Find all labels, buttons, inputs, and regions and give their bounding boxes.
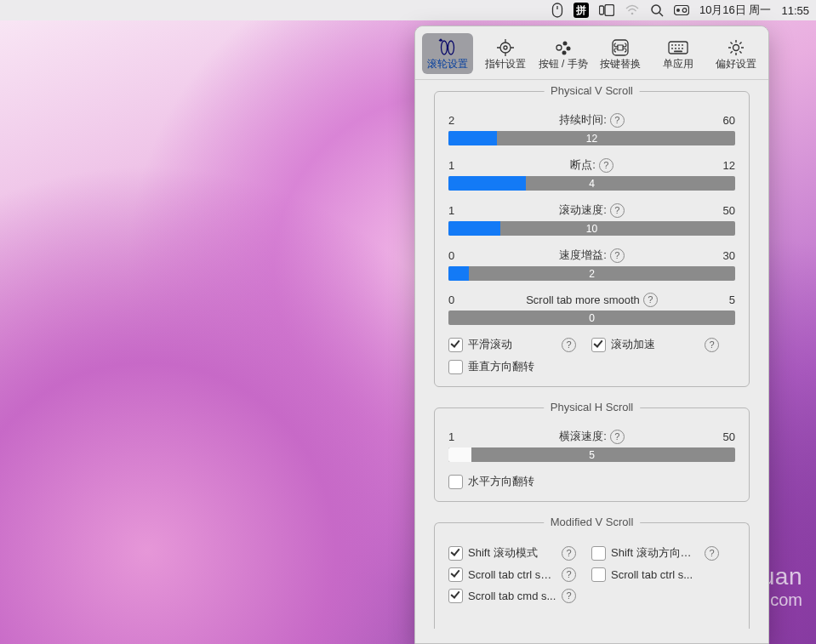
spotlight-icon[interactable] <box>650 3 664 17</box>
svg-point-15 <box>504 46 507 49</box>
menubar-time[interactable]: 11:55 <box>781 4 809 17</box>
checkbox-icon <box>448 360 463 374</box>
slider-label: 断点: <box>570 157 596 173</box>
svg-point-20 <box>556 45 562 50</box>
slider-max: 12 <box>710 159 735 172</box>
slider-track[interactable]: 5 <box>448 447 735 462</box>
checkbox-icon <box>591 567 606 582</box>
slider-label: 滚动速度: <box>559 202 607 218</box>
slider-max: 50 <box>710 204 735 217</box>
svg-point-22 <box>566 47 570 51</box>
slider-track[interactable]: 12 <box>448 131 735 145</box>
slider-speed: 1 滚动速度:? 50 10 <box>448 202 735 236</box>
check-label: Shift 滚动方向… <box>611 545 699 561</box>
help-icon[interactable]: ? <box>610 430 625 444</box>
checkbox-icon <box>448 546 463 561</box>
slider-track[interactable]: 10 <box>448 221 735 236</box>
keyboard-icon <box>668 38 688 57</box>
slider-value: 5 <box>448 447 735 462</box>
slider-min: 0 <box>448 294 474 306</box>
svg-point-26 <box>671 44 673 46</box>
tab-perapp[interactable]: 单应用 <box>653 33 704 74</box>
tab-prefs[interactable]: 偏好设置 <box>710 33 762 74</box>
svg-line-6 <box>659 13 663 16</box>
check-label: 水平方向翻转 <box>468 474 556 489</box>
slider-track[interactable]: 0 <box>448 311 735 325</box>
control-center-icon[interactable] <box>674 5 689 15</box>
check-vflip[interactable]: 垂直方向翻转 <box>448 359 576 374</box>
menubar-date[interactable]: 10月16日 周一 <box>699 3 772 18</box>
help-icon[interactable]: ? <box>610 113 625 128</box>
panel-body: Physical V Scroll 2 持续时间:? 60 12 1 断点:? <box>415 79 768 643</box>
help-icon[interactable]: ? <box>562 546 576 561</box>
help-icon[interactable]: ? <box>705 546 719 561</box>
gear-icon <box>727 38 745 57</box>
svg-point-12 <box>441 41 447 54</box>
tab-buttons[interactable]: 按钮 / 手势 <box>538 33 589 74</box>
checkbox-icon <box>448 338 463 352</box>
svg-point-8 <box>676 9 680 12</box>
svg-point-32 <box>678 48 680 49</box>
help-icon[interactable]: ? <box>705 338 719 352</box>
mouse-icon[interactable] <box>551 3 563 18</box>
svg-point-30 <box>671 48 673 49</box>
check-label: 垂直方向翻转 <box>468 359 556 374</box>
slider-track[interactable]: 4 <box>448 176 735 191</box>
svg-point-9 <box>682 9 687 13</box>
tab-label: 单应用 <box>663 59 693 69</box>
tab-scroll[interactable]: 滚轮设置 <box>422 33 473 74</box>
stage-manager-icon[interactable] <box>599 4 614 16</box>
help-icon[interactable]: ? <box>562 589 576 603</box>
check-shift-mode[interactable]: Shift 滚动模式 ? <box>448 545 576 561</box>
slider-label: 速度增益: <box>559 248 607 263</box>
command-key-icon <box>611 38 630 57</box>
slider-min: 2 <box>448 114 474 127</box>
check-smooth-scroll[interactable]: 平滑滚动 ? <box>448 337 576 352</box>
svg-line-41 <box>739 51 741 53</box>
tab-bar: 滚轮设置 指针设置 按钮 / 手势 按键替换 单应用 <box>415 26 768 80</box>
slider-duration: 2 持续时间:? 60 12 <box>448 112 735 145</box>
check-label: Scroll tab ctrl s... <box>611 568 699 581</box>
svg-rect-2 <box>599 6 603 14</box>
wifi-icon[interactable] <box>625 4 640 16</box>
svg-point-13 <box>448 41 454 54</box>
check-hflip[interactable]: 水平方向翻转 <box>448 474 576 489</box>
check-ctrl-scroll-left[interactable]: Scroll tab ctrl scr... ? <box>448 567 576 582</box>
svg-line-43 <box>731 51 733 53</box>
slider-min: 0 <box>448 249 474 262</box>
help-icon[interactable]: ? <box>610 203 625 218</box>
help-icon[interactable]: ? <box>643 293 658 307</box>
gesture-icon <box>554 38 573 57</box>
tab-label: 滚轮设置 <box>427 59 468 69</box>
check-cmd-scroll[interactable]: Scroll tab cmd s... ? <box>448 589 576 603</box>
check-ctrl-scroll-right[interactable]: Scroll tab ctrl s... <box>591 567 719 582</box>
preferences-panel: 滚轮设置 指针设置 按钮 / 手势 按键替换 单应用 <box>414 26 769 644</box>
tab-keyswap[interactable]: 按键替换 <box>596 33 647 74</box>
svg-point-29 <box>682 44 683 46</box>
group-title: Physical V Scroll <box>544 84 640 97</box>
svg-point-23 <box>562 51 566 55</box>
help-icon[interactable]: ? <box>562 338 576 352</box>
input-method-icon[interactable]: 拼 <box>573 3 589 18</box>
group-vscroll: Physical V Scroll 2 持续时间:? 60 12 1 断点:? <box>434 91 750 387</box>
slider-smooth: 0 Scroll tab more smooth? 5 0 <box>448 293 735 325</box>
slider-min: 1 <box>448 430 474 443</box>
slider-track[interactable]: 2 <box>448 266 735 281</box>
check-label: 平滑滚动 <box>468 337 556 352</box>
tab-pointer[interactable]: 指针设置 <box>480 33 531 74</box>
svg-point-5 <box>652 5 660 14</box>
scroll-wheel-icon <box>438 38 457 57</box>
slider-value: 12 <box>448 131 735 145</box>
svg-rect-34 <box>674 51 682 53</box>
svg-line-42 <box>739 43 741 44</box>
check-shift-dir[interactable]: Shift 滚动方向… ? <box>591 545 719 561</box>
check-label: Shift 滚动模式 <box>468 545 556 561</box>
svg-point-31 <box>675 48 676 49</box>
slider-breakpoint: 1 断点:? 12 4 <box>448 157 735 191</box>
help-icon[interactable]: ? <box>610 248 625 263</box>
check-accel[interactable]: 滚动加速 ? <box>591 337 719 352</box>
svg-point-4 <box>631 13 634 15</box>
help-icon[interactable]: ? <box>562 567 576 582</box>
group-title: Modified V Scroll <box>544 516 641 528</box>
help-icon[interactable]: ? <box>599 158 613 173</box>
